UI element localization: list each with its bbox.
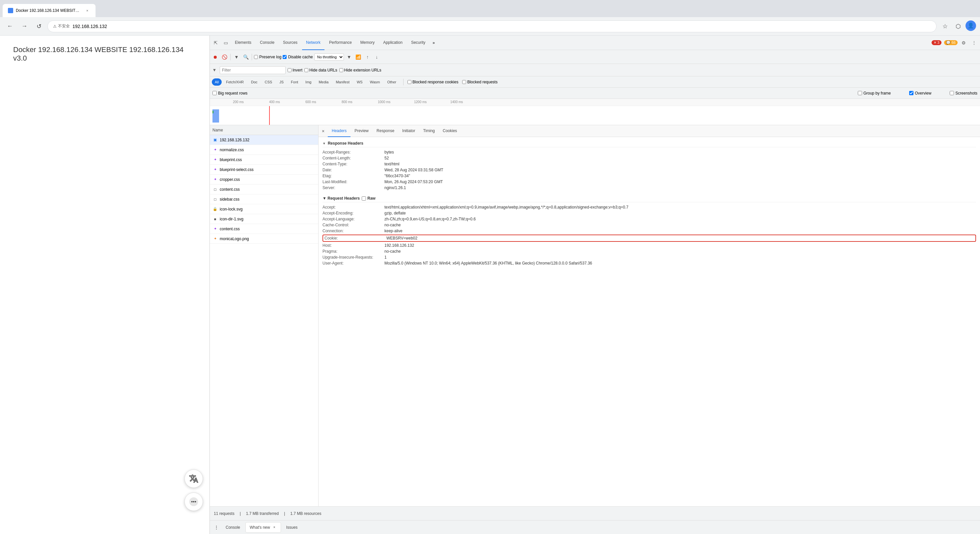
disable-cache-checkbox[interactable] bbox=[283, 55, 286, 59]
tab-memory[interactable]: Memory bbox=[356, 36, 379, 50]
bottom-tab-console[interactable]: Console bbox=[222, 522, 244, 533]
hide-data-urls-checkbox[interactable] bbox=[304, 68, 308, 72]
big-rows-checkbox[interactable] bbox=[212, 91, 217, 95]
disable-cache-label[interactable]: Disable cache bbox=[283, 55, 313, 59]
bottom-menu-btn[interactable]: ⋮ bbox=[212, 523, 220, 531]
tab-console[interactable]: Console bbox=[256, 36, 278, 50]
hdr-tab-cookies[interactable]: Cookies bbox=[439, 125, 461, 137]
import-btn[interactable]: ↑ bbox=[364, 53, 372, 61]
devtools-close-btn[interactable]: ⋮ bbox=[969, 38, 979, 48]
hdr-tab-initiator[interactable]: Initiator bbox=[398, 125, 419, 137]
big-rows-label[interactable]: Big request rows bbox=[212, 91, 247, 95]
file-item-1[interactable]: ✦ normalize.css bbox=[210, 145, 318, 155]
raw-checkbox[interactable] bbox=[362, 196, 366, 200]
type-btn-all[interactable]: All bbox=[212, 78, 222, 86]
file-item-6[interactable]: □ sidebar.css bbox=[210, 194, 318, 204]
devtools-settings-btn[interactable]: ⚙ bbox=[959, 38, 968, 48]
tab-elements[interactable]: Elements bbox=[231, 36, 255, 50]
tab-close-btn[interactable]: × bbox=[84, 8, 90, 14]
search-btn[interactable]: 🔍 bbox=[242, 53, 250, 61]
type-btn-js[interactable]: JS bbox=[276, 78, 286, 86]
blocked-requests-checkbox[interactable] bbox=[462, 80, 466, 84]
group-by-frame-label[interactable]: Group by frame bbox=[858, 91, 891, 95]
hide-extension-urls-label[interactable]: Hide extension URLs bbox=[339, 68, 382, 73]
response-triangle-icon: ▼ bbox=[323, 141, 326, 145]
header-row-date: Date: Wed, 28 Aug 2024 03:31:58 GMT bbox=[323, 167, 976, 173]
type-btn-doc[interactable]: Doc bbox=[248, 78, 261, 86]
invert-checkbox-label[interactable]: Invert bbox=[288, 68, 302, 73]
record-btn[interactable]: ⏺ bbox=[211, 53, 219, 61]
tab-security[interactable]: Security bbox=[407, 36, 429, 50]
bottom-tab-whats-new-close[interactable]: × bbox=[272, 525, 277, 530]
blocked-response-checkbox[interactable] bbox=[407, 80, 411, 84]
hide-data-urls-label[interactable]: Hide data URLs bbox=[304, 68, 337, 73]
preserve-log-checkbox[interactable] bbox=[254, 55, 258, 59]
profile-button[interactable]: 👤 bbox=[966, 21, 976, 31]
devtools-device-icon[interactable]: ▭ bbox=[221, 38, 230, 48]
file-icon-css-2: ✦ bbox=[212, 157, 218, 162]
chat-button[interactable] bbox=[185, 493, 203, 511]
tab-application[interactable]: Application bbox=[379, 36, 406, 50]
tab-performance[interactable]: Performance bbox=[325, 36, 356, 50]
export-btn[interactable]: ↓ bbox=[373, 53, 381, 61]
file-item-4[interactable]: ✦ cropper.css bbox=[210, 175, 318, 184]
online-icon-btn[interactable]: 📶 bbox=[355, 53, 362, 61]
more-tabs-btn[interactable]: » bbox=[430, 41, 438, 45]
file-item-2[interactable]: ✦ blueprint.css bbox=[210, 155, 318, 165]
type-btn-media[interactable]: Media bbox=[316, 78, 331, 86]
file-item-8[interactable]: ■ icon-dir-1.svg bbox=[210, 214, 318, 224]
headers-close-btn[interactable]: × bbox=[318, 127, 328, 136]
browser-tab[interactable]: Docker 192.168.126.134 WEBSITE 192.168.1… bbox=[3, 4, 95, 17]
overview-label[interactable]: Overview bbox=[909, 91, 931, 95]
hide-extension-urls-checkbox[interactable] bbox=[339, 68, 343, 72]
tab-network[interactable]: Network bbox=[302, 36, 325, 50]
file-item-7[interactable]: 🔒 icon-lock.svg bbox=[210, 204, 318, 214]
header-value-upgrade-insecure: 1 bbox=[384, 255, 976, 260]
screenshots-label[interactable]: Screenshots bbox=[950, 91, 977, 95]
overview-checkbox[interactable] bbox=[909, 91, 913, 95]
throttle-select[interactable]: No throttling bbox=[314, 53, 344, 60]
address-bar[interactable]: ⚠ 不安全 192.168.126.132 bbox=[48, 21, 937, 32]
timeline-label-400: 400 ms bbox=[269, 100, 280, 104]
bottom-tab-issues[interactable]: Issues bbox=[282, 522, 302, 533]
type-btn-css[interactable]: CSS bbox=[262, 78, 275, 86]
type-btn-font[interactable]: Font bbox=[288, 78, 301, 86]
hdr-tab-response[interactable]: Response bbox=[372, 125, 398, 137]
file-item-5[interactable]: □ content.css bbox=[210, 184, 318, 194]
hdr-tab-timing[interactable]: Timing bbox=[419, 125, 439, 137]
blocked-response-label[interactable]: Blocked response cookies bbox=[407, 80, 458, 84]
preserve-log-label[interactable]: Preserve log bbox=[254, 55, 281, 59]
forward-button[interactable]: → bbox=[18, 21, 30, 32]
type-btn-ws[interactable]: WS bbox=[354, 78, 366, 86]
extension-button[interactable]: ⬡ bbox=[952, 21, 964, 32]
tab-sources[interactable]: Sources bbox=[279, 36, 301, 50]
file-item-10[interactable]: ✦ monicaLogo.png bbox=[210, 234, 318, 244]
reload-button[interactable]: ↺ bbox=[33, 21, 45, 32]
group-by-frame-checkbox[interactable] bbox=[858, 91, 862, 95]
devtools-cursor-icon[interactable]: ⇱ bbox=[211, 38, 220, 48]
type-btn-fetch[interactable]: Fetch/XHR bbox=[223, 78, 247, 86]
filter-btn[interactable]: ▼ bbox=[232, 53, 240, 61]
throttle-dropdown-btn[interactable]: ▼ bbox=[345, 53, 353, 61]
raw-checkbox-label[interactable]: Raw bbox=[362, 196, 375, 200]
hdr-tab-headers[interactable]: Headers bbox=[328, 125, 350, 137]
clear-btn[interactable]: 🚫 bbox=[220, 53, 228, 61]
filter-input[interactable] bbox=[220, 66, 286, 74]
file-item-3[interactable]: ✦ blueprint-select.css bbox=[210, 165, 318, 175]
headers-content: ▼ Response Headers Accept-Ranges: bytes … bbox=[318, 137, 980, 273]
type-btn-manifest[interactable]: Manifest bbox=[333, 78, 352, 86]
bookmark-button[interactable]: ☆ bbox=[939, 21, 951, 32]
file-item-0[interactable]: ▣ 192.168.126.132 bbox=[210, 135, 318, 145]
screenshots-checkbox[interactable] bbox=[950, 91, 954, 95]
blocked-requests-label[interactable]: Blocked requests bbox=[462, 80, 497, 84]
back-button[interactable]: ← bbox=[4, 21, 16, 32]
type-btn-other[interactable]: Other bbox=[384, 78, 399, 86]
translate-button[interactable] bbox=[185, 469, 203, 488]
type-btn-wasm[interactable]: Wasm bbox=[367, 78, 383, 86]
file-item-9[interactable]: ✦ content.css bbox=[210, 224, 318, 234]
timeline-bar-main bbox=[212, 110, 219, 122]
bottom-tab-whats-new[interactable]: What's new × bbox=[245, 522, 281, 533]
type-btn-img[interactable]: Img bbox=[302, 78, 314, 86]
invert-checkbox[interactable] bbox=[288, 68, 291, 72]
hdr-tab-preview[interactable]: Preview bbox=[350, 125, 372, 137]
